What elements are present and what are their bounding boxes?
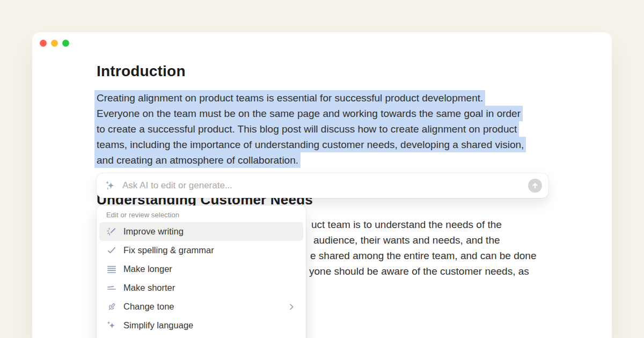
selected-text-line[interactable]: to create a successful product. This blo… — [94, 121, 519, 137]
selected-text-line[interactable]: teams, including the importance of under… — [94, 137, 526, 152]
menu-item-improve-writing[interactable]: Improve writing — [99, 222, 303, 241]
selected-text-line[interactable]: Creating alignment on product teams is e… — [94, 90, 485, 106]
selected-text-line[interactable]: Everyone on the team must be on the same… — [94, 106, 523, 121]
lines-long-icon — [106, 264, 117, 275]
app-window: Introduction Creating alignment on produ… — [32, 32, 612, 338]
wand-sparks-icon — [106, 226, 117, 237]
window-controls — [40, 40, 69, 47]
zoom-window-button[interactable] — [62, 40, 69, 47]
paragraph-fragment[interactable]: yone should be aware of the customer nee… — [309, 263, 529, 279]
menu-item-label: Fix spelling & grammar — [123, 245, 214, 255]
menu-item-label: Change tone — [123, 302, 174, 312]
menu-item-change-tone[interactable]: Change tone — [99, 297, 303, 316]
ai-prompt-input[interactable] — [121, 180, 528, 192]
page: { "window": { "controls": ["close", "min… — [0, 0, 644, 338]
menu-item-make-longer[interactable]: Make longer — [99, 260, 303, 278]
chevron-right-icon — [287, 302, 296, 312]
arrow-up-icon — [531, 181, 539, 190]
lines-short-icon — [106, 283, 117, 293]
paragraph-fragment[interactable]: uct team is to understand the needs of t… — [311, 217, 502, 232]
menu-item-label: Simplify language — [123, 320, 193, 330]
menu-item-label: Make shorter — [123, 283, 175, 293]
microphone-icon — [106, 302, 117, 312]
minimize-window-button[interactable] — [51, 40, 58, 47]
menu-item-fix-spelling[interactable]: Fix spelling & grammar — [99, 241, 303, 260]
selected-paragraph[interactable]: Creating alignment on product teams is e… — [94, 90, 526, 168]
menu-item-label: Make longer — [123, 264, 172, 274]
menu-item-make-shorter[interactable]: Make shorter — [99, 278, 303, 297]
close-window-button[interactable] — [40, 40, 47, 47]
paragraph-fragment[interactable]: audience, their wants and needs, and the — [313, 232, 500, 248]
ai-sparkle-icon — [105, 180, 116, 191]
ai-actions-menu: Edit or review selection Improve wr — [97, 205, 306, 338]
ai-prompt-bar — [97, 173, 548, 198]
selected-text-line[interactable]: and creating an atmosphere of collaborat… — [94, 152, 301, 168]
paragraph-fragment[interactable]: e shared among the entire team, and can … — [310, 248, 536, 263]
menu-item-simplify-language[interactable]: Simplify language — [99, 316, 303, 335]
checkmark-icon — [106, 245, 117, 256]
send-button[interactable] — [528, 179, 542, 193]
sparkle-icon — [106, 320, 117, 331]
menu-section-label: Edit or review selection — [97, 210, 306, 222]
menu-item-label: Improve writing — [123, 226, 184, 237]
page-title[interactable]: Introduction — [97, 62, 186, 80]
